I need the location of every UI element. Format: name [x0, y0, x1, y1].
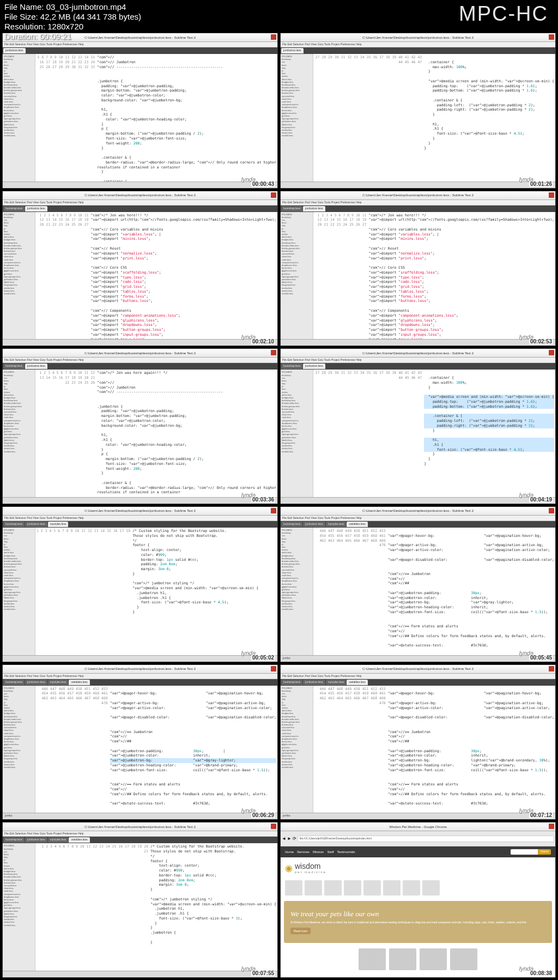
editor-tab[interactable]: jumbotron.less	[25, 522, 47, 527]
editor-tab[interactable]: mystyles.less	[48, 680, 69, 685]
search-button[interactable]: Submit	[538, 849, 551, 855]
thumb-11[interactable]: C:\Users\Jen Kramer\Desktop\bootstrap\le…	[2, 822, 278, 978]
window-titlebar: C:\Users\Jen Kramer\Desktop\bootstrap\le…	[3, 191, 277, 200]
editor-tab[interactable]: bootstrap.less	[3, 206, 25, 211]
reload-icon[interactable]: ⟳	[293, 836, 296, 841]
editor-menubar[interactable]: File Edit Selection Find View Goto Tools…	[3, 42, 277, 47]
sidebar-file[interactable]: modals.less	[282, 134, 312, 137]
editor-tab[interactable]: jumbotron.less	[25, 206, 47, 211]
nav-link[interactable]: Staff	[327, 850, 333, 854]
editor-menubar[interactable]: File Edit Selection Find View Goto Tools…	[3, 831, 277, 837]
editor-tab[interactable]: jumbotron.less	[303, 364, 325, 369]
code-editor[interactable]: 1 2 3 4 5 6 7 8 9 10 11 12 13 14 15 16 1…	[35, 528, 277, 655]
back-icon[interactable]: ◄	[282, 836, 286, 841]
editor-sidebar[interactable]: FOLDERSbootstrapcssfontsimgjslessmixinsa…	[3, 54, 35, 182]
read-more-button[interactable]: Read more	[290, 928, 311, 934]
sidebar-file[interactable]: modals.less	[282, 608, 312, 610]
code-editor[interactable]: 1 2 3 4 5 6 7 8 9 10 11 12 13 14 15 16 1…	[35, 370, 277, 497]
sidebar-file[interactable]: modals.less	[4, 924, 34, 927]
editor-tab[interactable]: jumbotron.less	[25, 837, 47, 843]
sidebar-file[interactable]: modals.less	[4, 608, 34, 610]
code-editor[interactable]: 446 447 448 449 450 451 452 453 454 455 …	[313, 528, 555, 655]
search-input[interactable]	[511, 849, 538, 855]
editor-tab[interactable]: bootstrap.less	[281, 206, 302, 211]
thumb-9[interactable]: C:\Users\Jen Kramer\Desktop\bootstrap\le…	[2, 664, 278, 820]
editor-tab[interactable]: bootstrap.less	[3, 837, 25, 843]
code-editor[interactable]: 27 28 29 30 31 32 33 34 35 36 37 38 39 4…	[313, 370, 555, 497]
editor-tab[interactable]: bootstrap.less	[281, 680, 302, 685]
editor-tab[interactable]: jumbotron.less	[281, 48, 304, 53]
thumb-2[interactable]: C:\Users\Jen Kramer\Desktop\bootstrap\le…	[280, 33, 556, 189]
editor-sidebar[interactable]: FOLDERSbootstrapcssfontsimgjslessmixinsa…	[281, 212, 313, 340]
code-editor[interactable]: 1 2 3 4 5 6 7 8 9 10 11 12 13 14 15 16 1…	[35, 843, 277, 971]
sidebar-file[interactable]: modals.less	[4, 450, 34, 453]
code-editor[interactable]: 1 2 3 4 5 6 7 8 9 10 11 12 13 14 15 16 1…	[313, 212, 555, 340]
sidebar-file[interactable]: modals.less	[4, 292, 34, 295]
thumb-8[interactable]: C:\Users\Jen Kramer\Desktop\bootstrap\le…	[280, 506, 556, 662]
editor-tab[interactable]: bootstrap.less	[281, 364, 302, 369]
code-editor[interactable]: 5 6 7 8 9 10 11 12 13 14 15 16 17 18 19 …	[35, 54, 277, 182]
editor-sidebar[interactable]: FOLDERSbootstrapcssfontsimgjslessmixinsa…	[281, 370, 313, 497]
nav-link[interactable]: Services	[297, 850, 310, 854]
thumb-4[interactable]: C:\Users\Jen Kramer\Desktop\bootstrap\le…	[280, 191, 556, 347]
editor-tab[interactable]: jumbotron.less	[3, 48, 26, 53]
thumb-5[interactable]: C:\Users\Jen Kramer\Desktop\bootstrap\le…	[2, 348, 278, 504]
editor-sidebar[interactable]: FOLDERSbootstrapcssfontsimgjslessmixinsa…	[3, 528, 35, 655]
editor-tab[interactable]: variables.less	[347, 680, 367, 685]
editor-tab[interactable]: mystyles.less	[326, 522, 347, 527]
nav-link[interactable]: Mission	[313, 850, 324, 854]
editor-menubar[interactable]: File Edit Selection Find View Goto Tools…	[3, 516, 277, 521]
thumb-7[interactable]: C:\Users\Jen Kramer\Desktop\bootstrap\le…	[2, 506, 278, 662]
site-logo[interactable]: ◉wisdompet medicine	[281, 857, 555, 878]
editor-tab[interactable]: variables.less	[347, 522, 367, 527]
editor-tab[interactable]: mystyles.less	[48, 522, 69, 527]
editor-menubar[interactable]: File Edit Selection Find View Goto Tools…	[281, 516, 555, 521]
editor-tab[interactable]: variables.less	[69, 837, 89, 843]
editor-tab[interactable]: mystyles.less	[48, 837, 69, 843]
editor-menubar[interactable]: File Edit Selection Find View Goto Tools…	[281, 674, 555, 679]
sidebar-file[interactable]: modals.less	[4, 134, 34, 137]
editor-menubar[interactable]: File Edit Selection Find View Goto Tools…	[3, 200, 277, 205]
editor-menubar[interactable]: File Edit Selection Find View Goto Tools…	[281, 42, 555, 47]
editor-tab[interactable]: mystyles.less	[326, 680, 347, 685]
code-editor[interactable]: 446 447 448 449 450 451 452 453 454 455 …	[35, 686, 277, 813]
thumb-1[interactable]: C:\Users\Jen Kramer\Desktop\bootstrap\le…	[2, 33, 278, 189]
code-editor[interactable]: 1 2 3 4 5 6 7 8 9 10 11 12 13 14 15 16 1…	[35, 212, 277, 340]
editor-sidebar[interactable]: FOLDERSbootstrapcssfontsimgjslessmixinsa…	[281, 686, 313, 813]
editor-menubar[interactable]: File Edit Selection Find View Goto Tools…	[3, 358, 277, 363]
sidebar-file[interactable]: modals.less	[282, 292, 312, 295]
sidebar-file[interactable]: modals.less	[282, 450, 312, 453]
nav-link[interactable]: Home	[285, 850, 294, 854]
editor-menubar[interactable]: File Edit Selection Find View Goto Tools…	[281, 200, 555, 205]
editor-sidebar[interactable]: FOLDERSbootstrapcssfontsimgjslessmixinsa…	[3, 370, 35, 497]
editor-sidebar[interactable]: FOLDERSbootstrapcssfontsimgjslessmixinsa…	[281, 528, 313, 655]
editor-tab[interactable]: bootstrap.less	[281, 522, 302, 527]
editor-tab[interactable]: jumbotron.less	[303, 206, 325, 211]
thumb-3[interactable]: C:\Users\Jen Kramer\Desktop\bootstrap\le…	[2, 191, 278, 347]
address-bar[interactable]: file:///C:/Users/jen%20Kramer/Desktop/bo…	[298, 836, 554, 842]
editor-tab[interactable]: bootstrap.less	[3, 522, 25, 527]
editor-sidebar[interactable]: FOLDERSbootstrapcssfontsimgjslessmixinsa…	[3, 686, 35, 813]
window-titlebar: C:\Users\Jen Kramer\Desktop\bootstrap\le…	[281, 507, 555, 516]
editor-sidebar[interactable]: FOLDERSbootstrapcssfontsimgjslessmixinsa…	[3, 843, 35, 971]
thumb-6[interactable]: C:\Users\Jen Kramer\Desktop\bootstrap\le…	[280, 348, 556, 504]
code-editor[interactable]: 27 28 29 30 31 32 33 34 35 36 37 38 39 4…	[313, 54, 555, 182]
editor-tab[interactable]: jumbotron.less	[303, 680, 325, 685]
editor-tab[interactable]: jumbotron.less	[303, 522, 325, 527]
code-editor[interactable]: 446 447 448 449 450 451 452 453 454 455 …	[313, 686, 555, 813]
editor-tab[interactable]: jumbotron.less	[25, 364, 47, 369]
editor-tab[interactable]: variables.less	[69, 680, 89, 685]
thumb-10[interactable]: C:\Users\Jen Kramer\Desktop\bootstrap\le…	[280, 664, 556, 820]
sidebar-file[interactable]: modals.less	[4, 766, 34, 769]
editor-tab[interactable]: bootstrap.less	[3, 364, 25, 369]
forward-icon[interactable]: ►	[287, 836, 292, 841]
thumb-12[interactable]: Wisdom Pet Medicine - Google Chrome◄►⟳fi…	[280, 822, 556, 978]
sidebar-file[interactable]: modals.less	[282, 766, 312, 769]
nav-link[interactable]: Testimonials	[337, 850, 355, 854]
editor-tab[interactable]: jumbotron.less	[25, 680, 47, 685]
editor-menubar[interactable]: File Edit Selection Find View Goto Tools…	[3, 674, 277, 679]
editor-sidebar[interactable]: FOLDERSbootstrapcssfontsimgjslessmixinsa…	[3, 212, 35, 340]
editor-sidebar[interactable]: FOLDERSbootstrapcssfontsimgjslessmixinsa…	[281, 54, 313, 182]
editor-tab[interactable]: bootstrap.less	[3, 680, 25, 685]
editor-menubar[interactable]: File Edit Selection Find View Goto Tools…	[281, 358, 555, 363]
